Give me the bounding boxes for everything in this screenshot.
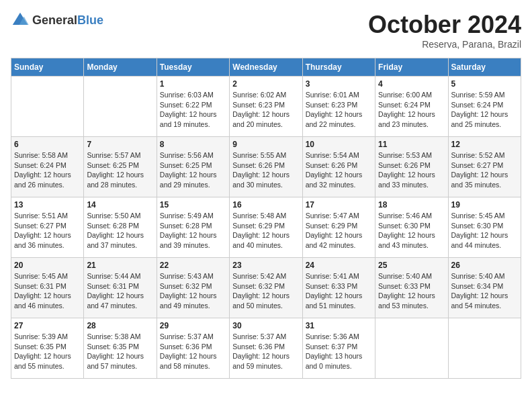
- day-info: Sunrise: 5:55 AM Sunset: 6:26 PM Dayligh…: [232, 150, 299, 190]
- day-number: 27: [14, 321, 81, 330]
- calendar-location: Reserva, Parana, Brazil: [368, 39, 521, 50]
- weekday-header-sunday: Sunday: [11, 58, 84, 77]
- calendar-week-row: 20Sunrise: 5:45 AM Sunset: 6:31 PM Dayli…: [11, 258, 521, 318]
- calendar-cell: 5Sunrise: 5:59 AM Sunset: 6:24 PM Daylig…: [448, 77, 521, 137]
- logo-icon: [11, 11, 30, 30]
- day-number: 29: [160, 321, 226, 330]
- day-number: 13: [14, 200, 81, 210]
- calendar-cell: 21Sunrise: 5:44 AM Sunset: 6:31 PM Dayli…: [84, 258, 157, 318]
- calendar-cell: 29Sunrise: 5:37 AM Sunset: 6:36 PM Dayli…: [157, 318, 229, 379]
- calendar-cell: 24Sunrise: 5:41 AM Sunset: 6:33 PM Dayli…: [302, 258, 375, 318]
- day-number: 3: [306, 79, 372, 89]
- calendar-cell: 14Sunrise: 5:50 AM Sunset: 6:28 PM Dayli…: [84, 197, 157, 258]
- day-number: 23: [232, 261, 299, 270]
- day-number: 19: [451, 200, 518, 210]
- calendar-week-row: 13Sunrise: 5:51 AM Sunset: 6:27 PM Dayli…: [11, 197, 521, 258]
- day-info: Sunrise: 5:36 AM Sunset: 6:37 PM Dayligh…: [306, 332, 372, 371]
- calendar-cell: 22Sunrise: 5:43 AM Sunset: 6:32 PM Dayli…: [157, 258, 229, 318]
- weekday-header-thursday: Thursday: [302, 58, 375, 77]
- calendar-title: October 2024: [368, 11, 521, 39]
- calendar-cell: [84, 77, 157, 137]
- calendar-cell: 28Sunrise: 5:38 AM Sunset: 6:35 PM Dayli…: [84, 318, 157, 379]
- day-info: Sunrise: 5:38 AM Sunset: 6:35 PM Dayligh…: [87, 332, 153, 371]
- weekday-header-friday: Friday: [375, 58, 448, 77]
- calendar-cell: [375, 318, 448, 379]
- day-info: Sunrise: 5:54 AM Sunset: 6:26 PM Dayligh…: [306, 150, 372, 190]
- day-info: Sunrise: 5:48 AM Sunset: 6:29 PM Dayligh…: [232, 211, 299, 250]
- day-number: 1: [160, 79, 226, 89]
- calendar-cell: 6Sunrise: 5:58 AM Sunset: 6:24 PM Daylig…: [11, 137, 84, 197]
- day-info: Sunrise: 5:47 AM Sunset: 6:29 PM Dayligh…: [306, 211, 372, 250]
- calendar-cell: 15Sunrise: 5:49 AM Sunset: 6:28 PM Dayli…: [157, 197, 229, 258]
- calendar-cell: 3Sunrise: 6:01 AM Sunset: 6:23 PM Daylig…: [302, 77, 375, 137]
- logo-blue-text: Blue: [77, 13, 103, 27]
- day-info: Sunrise: 5:52 AM Sunset: 6:27 PM Dayligh…: [451, 150, 518, 190]
- day-number: 25: [378, 261, 445, 270]
- calendar-cell: 19Sunrise: 5:45 AM Sunset: 6:30 PM Dayli…: [448, 197, 521, 258]
- day-number: 21: [87, 261, 153, 270]
- calendar-cell: 8Sunrise: 5:56 AM Sunset: 6:25 PM Daylig…: [157, 137, 229, 197]
- calendar-cell: 9Sunrise: 5:55 AM Sunset: 6:26 PM Daylig…: [230, 137, 302, 197]
- day-number: 4: [378, 79, 445, 89]
- day-number: 28: [87, 321, 153, 330]
- page-header: GeneralBlue October 2024 Reserva, Parana…: [11, 11, 521, 50]
- calendar-cell: 16Sunrise: 5:48 AM Sunset: 6:29 PM Dayli…: [230, 197, 302, 258]
- calendar-week-row: 6Sunrise: 5:58 AM Sunset: 6:24 PM Daylig…: [11, 137, 521, 197]
- day-number: 14: [87, 200, 153, 210]
- calendar-cell: 2Sunrise: 6:02 AM Sunset: 6:23 PM Daylig…: [230, 77, 302, 137]
- day-number: 31: [306, 321, 372, 330]
- day-info: Sunrise: 5:42 AM Sunset: 6:32 PM Dayligh…: [232, 271, 299, 311]
- day-info: Sunrise: 5:51 AM Sunset: 6:27 PM Dayligh…: [14, 211, 81, 250]
- day-number: 26: [451, 261, 518, 270]
- day-info: Sunrise: 5:39 AM Sunset: 6:35 PM Dayligh…: [14, 332, 81, 371]
- calendar-cell: 4Sunrise: 6:00 AM Sunset: 6:24 PM Daylig…: [375, 77, 448, 137]
- day-number: 30: [232, 321, 299, 330]
- day-number: 5: [451, 79, 518, 89]
- calendar-table: SundayMondayTuesdayWednesdayThursdayFrid…: [11, 58, 521, 379]
- day-info: Sunrise: 5:41 AM Sunset: 6:33 PM Dayligh…: [306, 271, 372, 311]
- weekday-header-row: SundayMondayTuesdayWednesdayThursdayFrid…: [11, 58, 521, 77]
- calendar-cell: [448, 318, 521, 379]
- day-info: Sunrise: 6:00 AM Sunset: 6:24 PM Dayligh…: [378, 90, 445, 130]
- calendar-cell: 18Sunrise: 5:46 AM Sunset: 6:30 PM Dayli…: [375, 197, 448, 258]
- day-info: Sunrise: 5:50 AM Sunset: 6:28 PM Dayligh…: [87, 211, 153, 250]
- calendar-cell: 25Sunrise: 5:40 AM Sunset: 6:33 PM Dayli…: [375, 258, 448, 318]
- day-number: 17: [306, 200, 372, 210]
- day-number: 10: [306, 140, 372, 149]
- day-info: Sunrise: 5:40 AM Sunset: 6:34 PM Dayligh…: [451, 271, 518, 311]
- day-number: 8: [160, 140, 226, 149]
- day-info: Sunrise: 6:01 AM Sunset: 6:23 PM Dayligh…: [306, 90, 372, 130]
- calendar-cell: [11, 77, 84, 137]
- day-number: 9: [232, 140, 299, 149]
- calendar-cell: 23Sunrise: 5:42 AM Sunset: 6:32 PM Dayli…: [230, 258, 302, 318]
- day-info: Sunrise: 5:59 AM Sunset: 6:24 PM Dayligh…: [451, 90, 518, 130]
- weekday-header-tuesday: Tuesday: [157, 58, 229, 77]
- calendar-cell: 27Sunrise: 5:39 AM Sunset: 6:35 PM Dayli…: [11, 318, 84, 379]
- day-number: 22: [160, 261, 226, 270]
- day-info: Sunrise: 5:45 AM Sunset: 6:30 PM Dayligh…: [451, 211, 518, 250]
- day-number: 6: [14, 140, 81, 149]
- day-info: Sunrise: 5:49 AM Sunset: 6:28 PM Dayligh…: [160, 211, 226, 250]
- day-info: Sunrise: 5:46 AM Sunset: 6:30 PM Dayligh…: [378, 211, 445, 250]
- day-number: 2: [232, 79, 299, 89]
- day-number: 20: [14, 261, 81, 270]
- logo: GeneralBlue: [11, 11, 103, 30]
- day-info: Sunrise: 5:57 AM Sunset: 6:25 PM Dayligh…: [87, 150, 153, 190]
- day-info: Sunrise: 5:37 AM Sunset: 6:36 PM Dayligh…: [232, 332, 299, 371]
- day-info: Sunrise: 5:43 AM Sunset: 6:32 PM Dayligh…: [160, 271, 226, 311]
- day-info: Sunrise: 6:03 AM Sunset: 6:22 PM Dayligh…: [160, 90, 226, 130]
- day-info: Sunrise: 5:44 AM Sunset: 6:31 PM Dayligh…: [87, 271, 153, 311]
- day-info: Sunrise: 5:53 AM Sunset: 6:26 PM Dayligh…: [378, 150, 445, 190]
- calendar-cell: 13Sunrise: 5:51 AM Sunset: 6:27 PM Dayli…: [11, 197, 84, 258]
- calendar-week-row: 27Sunrise: 5:39 AM Sunset: 6:35 PM Dayli…: [11, 318, 521, 379]
- day-info: Sunrise: 5:56 AM Sunset: 6:25 PM Dayligh…: [160, 150, 226, 190]
- calendar-cell: 12Sunrise: 5:52 AM Sunset: 6:27 PM Dayli…: [448, 137, 521, 197]
- calendar-week-row: 1Sunrise: 6:03 AM Sunset: 6:22 PM Daylig…: [11, 77, 521, 137]
- title-block: October 2024 Reserva, Parana, Brazil: [368, 11, 521, 50]
- day-info: Sunrise: 5:45 AM Sunset: 6:31 PM Dayligh…: [14, 271, 81, 311]
- calendar-cell: 11Sunrise: 5:53 AM Sunset: 6:26 PM Dayli…: [375, 137, 448, 197]
- day-number: 16: [232, 200, 299, 210]
- weekday-header-wednesday: Wednesday: [230, 58, 302, 77]
- day-info: Sunrise: 5:37 AM Sunset: 6:36 PM Dayligh…: [160, 332, 226, 371]
- weekday-header-monday: Monday: [84, 58, 157, 77]
